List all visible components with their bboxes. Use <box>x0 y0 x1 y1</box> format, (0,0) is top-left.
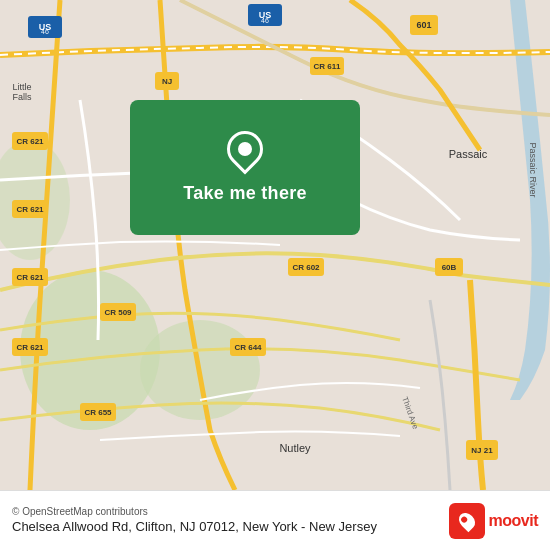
address-section: © OpenStreetMap contributors Chelsea All… <box>12 506 449 536</box>
take-me-there-button[interactable]: Take me there <box>183 183 307 204</box>
svg-text:CR 509: CR 509 <box>104 308 132 317</box>
svg-text:Little: Little <box>12 82 31 92</box>
svg-text:CR 602: CR 602 <box>292 263 320 272</box>
svg-text:CR 611: CR 611 <box>313 62 341 71</box>
moovit-icon <box>449 503 485 539</box>
osm-credit: © OpenStreetMap contributors <box>12 506 449 517</box>
svg-text:CR 621: CR 621 <box>16 205 44 214</box>
svg-text:Passaic River: Passaic River <box>528 142 538 197</box>
svg-text:Passaic: Passaic <box>449 148 488 160</box>
address-text: Chelsea Allwood Rd, Clifton, NJ 07012, N… <box>12 519 449 536</box>
moovit-pin-icon <box>455 509 478 532</box>
svg-text:CR 621: CR 621 <box>16 343 44 352</box>
map-container: US 46 US 46 601 CR 611 CR 621 CR 621 CR … <box>0 0 550 490</box>
svg-text:Nutley: Nutley <box>279 442 311 454</box>
svg-text:CR 655: CR 655 <box>84 408 112 417</box>
svg-text:46: 46 <box>41 28 49 35</box>
bottom-bar: © OpenStreetMap contributors Chelsea All… <box>0 490 550 550</box>
svg-text:CR 644: CR 644 <box>234 343 262 352</box>
svg-text:Falls: Falls <box>12 92 32 102</box>
svg-text:46: 46 <box>261 17 269 24</box>
moovit-brand-text: moovit <box>489 512 538 530</box>
map-svg: US 46 US 46 601 CR 611 CR 621 CR 621 CR … <box>0 0 550 490</box>
svg-text:60B: 60B <box>442 263 457 272</box>
svg-text:NJ: NJ <box>162 77 172 86</box>
svg-text:601: 601 <box>416 20 431 30</box>
svg-text:CR 621: CR 621 <box>16 137 44 146</box>
location-pin <box>227 131 263 175</box>
moovit-logo: moovit <box>449 503 538 539</box>
svg-text:NJ 21: NJ 21 <box>471 446 493 455</box>
svg-text:CR 621: CR 621 <box>16 273 44 282</box>
location-card[interactable]: Take me there <box>130 100 360 235</box>
